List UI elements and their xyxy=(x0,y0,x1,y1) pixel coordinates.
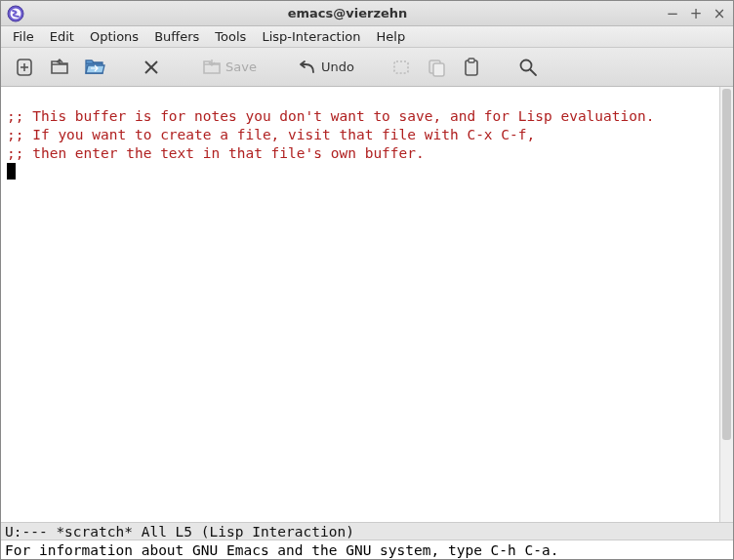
open-folder-button[interactable] xyxy=(81,54,108,81)
minibuffer[interactable]: For information about GNU Emacs and the … xyxy=(1,540,733,559)
window-controls: − + × xyxy=(665,5,727,22)
menubar: File Edit Options Buffers Tools Lisp-Int… xyxy=(1,26,733,48)
mode-line: U:--- *scratch* All L5 (Lisp Interaction… xyxy=(1,522,733,540)
minimize-button[interactable]: − xyxy=(665,5,680,22)
svg-rect-9 xyxy=(433,63,444,76)
menu-tools[interactable]: Tools xyxy=(209,27,252,46)
text-cursor xyxy=(7,163,16,180)
maximize-button[interactable]: + xyxy=(688,5,704,22)
titlebar: emacs@vierzehn − + × xyxy=(1,1,733,26)
minibuffer-text: For information about GNU Emacs and the … xyxy=(5,542,558,558)
paste-button[interactable] xyxy=(458,54,485,81)
cut-button[interactable] xyxy=(387,54,415,81)
menu-lisp-interaction[interactable]: Lisp-Interaction xyxy=(256,27,366,46)
open-file-button[interactable] xyxy=(46,54,73,81)
menu-help[interactable]: Help xyxy=(371,27,412,46)
menu-buffers[interactable]: Buffers xyxy=(148,27,205,46)
menu-options[interactable]: Options xyxy=(84,27,144,46)
toolbar: Save Undo xyxy=(1,48,733,87)
buffer-line: ;; then enter the text in that file's ow… xyxy=(7,145,425,161)
svg-line-13 xyxy=(530,69,536,75)
buffer-line: ;; This buffer is for notes you don't wa… xyxy=(7,108,654,124)
undo-button[interactable]: Undo xyxy=(290,52,358,83)
new-file-button[interactable] xyxy=(11,54,38,81)
emacs-app-icon xyxy=(7,5,24,22)
text-buffer[interactable]: ;; This buffer is for notes you don't wa… xyxy=(1,87,719,522)
close-icon[interactable] xyxy=(138,54,165,81)
svg-rect-11 xyxy=(469,59,474,62)
save-label: Save xyxy=(225,60,257,74)
undo-label: Undo xyxy=(321,60,354,74)
undo-icon xyxy=(294,54,321,81)
scrollbar-thumb[interactable] xyxy=(722,89,731,440)
svg-point-12 xyxy=(520,60,531,70)
save-icon xyxy=(198,54,225,81)
copy-button[interactable] xyxy=(423,54,450,81)
editor-area: ;; This buffer is for notes you don't wa… xyxy=(1,87,733,522)
search-button[interactable] xyxy=(514,54,542,81)
save-button[interactable]: Save xyxy=(194,52,261,83)
menu-edit[interactable]: Edit xyxy=(44,27,80,46)
mode-line-text: U:--- *scratch* All L5 (Lisp Interaction… xyxy=(5,524,354,540)
close-button[interactable]: × xyxy=(712,5,727,22)
buffer-line: ;; If you want to create a file, visit t… xyxy=(7,127,535,142)
svg-rect-7 xyxy=(394,61,408,73)
vertical-scrollbar[interactable] xyxy=(719,87,733,522)
window-title: emacs@vierzehn xyxy=(30,6,665,20)
menu-file[interactable]: File xyxy=(7,27,40,46)
